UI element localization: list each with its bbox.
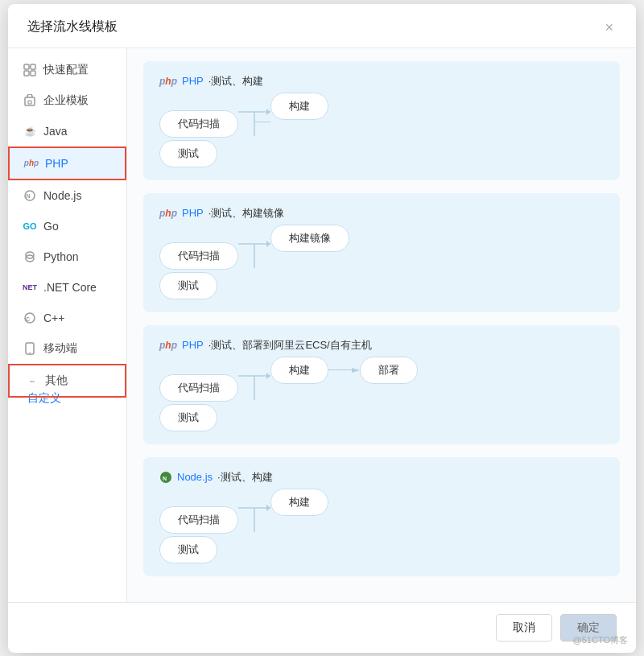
dotnet-icon: NET (23, 280, 37, 295)
flow-node-code-scan-3: 代码扫描 (159, 374, 238, 402)
nodejs-tag-icon: N (159, 470, 172, 484)
flow-row-2-2: 测试 (159, 272, 604, 299)
flow-diagram-2: 代码扫描 构建镜像 测试 (159, 232, 604, 299)
flow-node-build-image: 构建镜像 (270, 225, 349, 252)
sidebar-item-dotnet[interactable]: NET .NET Core (8, 272, 126, 303)
dialog: 选择流水线模板 × 快速配置 (8, 4, 636, 653)
flow-diagram-1: 代码扫描 构建 测试 (159, 100, 604, 167)
flow-node-code-scan: 代码扫描 (159, 110, 238, 138)
flow-node-test-3: 测试 (159, 404, 217, 431)
flow-diagram-4: 代码扫描 构建 测试 (159, 496, 604, 563)
svg-text:N: N (27, 193, 31, 199)
sidebar: 快速配置 企业模板 ☕ Java (8, 48, 127, 602)
sidebar-item-python[interactable]: Python (8, 241, 126, 272)
sidebar-item-label: Java (43, 125, 68, 138)
sidebar-item-label: Python (43, 250, 79, 263)
flow-node-code-scan-2: 代码扫描 (159, 242, 238, 270)
other-icon: ··· (24, 373, 39, 388)
template-card-php-test-build-image[interactable]: php PHP ·测试、构建镜像 代码扫描 (143, 193, 620, 312)
flow-diagram-3: 代码扫描 构建 部署 (159, 364, 604, 431)
sidebar-item-java[interactable]: ☕ Java (8, 116, 126, 146)
svg-rect-5 (28, 101, 31, 104)
template-card-php-test-deploy[interactable]: php PHP ·测试、部署到阿里云ECS/自有主机 代码扫描 (143, 325, 620, 444)
template-card-title-2: php PHP ·测试、构建镜像 (159, 206, 604, 221)
flow-node-test: 测试 (159, 140, 217, 167)
close-button[interactable]: × (601, 19, 617, 36)
sidebar-item-php[interactable]: php PHP (8, 146, 126, 180)
enterprise-icon (23, 93, 37, 108)
sidebar-item-quick-config[interactable]: 快速配置 (8, 55, 126, 85)
template-card-title-3: php PHP ·测试、部署到阿里云ECS/自有主机 (159, 338, 604, 353)
sidebar-item-label: PHP (45, 157, 68, 170)
svg-marker-23 (352, 368, 360, 373)
template-title-separator-2: ·测试、构建镜像 (208, 206, 285, 221)
sidebar-item-other[interactable]: ··· 其他 (8, 364, 126, 398)
sidebar-item-go[interactable]: GO Go (8, 211, 126, 241)
sidebar-item-label: 企业模板 (43, 93, 89, 108)
sidebar-item-label: 其他 (45, 373, 68, 388)
flow-row-3-2: 测试 (159, 404, 604, 431)
flow-node-build-4: 构建 (270, 489, 328, 516)
template-title-text-2: PHP (182, 207, 204, 219)
template-card-nodejs-test-build[interactable]: N Node.js ·测试、构建 代码扫描 (143, 457, 620, 576)
template-title-text-3: PHP (182, 339, 204, 351)
template-title-separator-3: ·测试、部署到阿里云ECS/自有主机 (208, 338, 372, 353)
svg-marker-22 (266, 373, 270, 379)
svg-text:N: N (163, 475, 167, 481)
sidebar-item-label: Node.js (43, 189, 81, 202)
sidebar-item-cpp[interactable]: C C++ (8, 303, 126, 333)
cancel-button[interactable]: 取消 (496, 614, 552, 642)
sidebar-item-label: 快速配置 (43, 63, 89, 77)
flow-node-deploy-3: 部署 (360, 357, 418, 384)
svg-rect-1 (31, 64, 35, 69)
template-title-separator-4: ·测试、构建 (217, 470, 273, 485)
svg-marker-19 (266, 241, 270, 247)
dialog-body: 快速配置 企业模板 ☕ Java (8, 48, 636, 602)
sidebar-item-label: C++ (43, 311, 64, 324)
flow-node-build-3: 构建 (270, 357, 328, 384)
flow-node-test-4: 测试 (159, 536, 217, 563)
flow-node-build: 构建 (270, 93, 328, 120)
java-icon: ☕ (23, 124, 37, 138)
svg-text:C: C (26, 316, 30, 321)
template-card-title-4: N Node.js ·测试、构建 (159, 470, 604, 485)
php-tag-icon-2: php (159, 208, 177, 219)
cpp-icon: C (23, 311, 37, 325)
nodejs-icon: N (23, 188, 37, 203)
svg-point-13 (29, 352, 31, 353)
php-icon: php (24, 156, 39, 171)
flow-node-code-scan-4: 代码扫描 (159, 506, 238, 534)
php-tag-icon-3: php (159, 340, 177, 351)
dialog-header: 选择流水线模板 × (8, 4, 636, 48)
sidebar-item-enterprise[interactable]: 企业模板 (8, 85, 126, 116)
php-tag-icon: php (159, 76, 177, 87)
template-title-text-4: Node.js (177, 471, 213, 483)
template-card-title: php PHP ·测试、构建 (159, 74, 604, 89)
main-content: php PHP ·测试、构建 代码扫描 (127, 48, 636, 602)
mobile-icon (23, 341, 37, 356)
sidebar-item-nodejs[interactable]: N Node.js (8, 180, 126, 211)
flow-node-test-2: 测试 (159, 272, 217, 299)
python-icon (23, 250, 37, 264)
dialog-footer: 取消 确定 (8, 602, 636, 653)
template-card-php-test-build[interactable]: php PHP ·测试、构建 代码扫描 (143, 61, 620, 180)
svg-rect-0 (24, 64, 29, 69)
sidebar-item-label: Go (43, 220, 59, 233)
sidebar-item-mobile[interactable]: 移动端 (8, 333, 126, 364)
dialog-title: 选择流水线模板 (27, 19, 118, 35)
svg-marker-28 (266, 505, 270, 511)
grid-icon (23, 63, 37, 77)
sidebar-item-label: .NET Core (43, 281, 97, 294)
flow-row-2: 测试 (159, 140, 604, 167)
go-icon: GO (23, 219, 37, 233)
template-title-separator: ·测试、构建 (208, 74, 264, 89)
template-title-text: PHP (182, 75, 204, 87)
flow-row-4-2: 测试 (159, 536, 604, 563)
svg-rect-3 (31, 71, 35, 76)
watermark: @51CTO博客 (573, 634, 628, 646)
svg-rect-2 (24, 71, 29, 76)
svg-marker-16 (266, 109, 270, 115)
sidebar-item-label: 移动端 (43, 341, 77, 356)
